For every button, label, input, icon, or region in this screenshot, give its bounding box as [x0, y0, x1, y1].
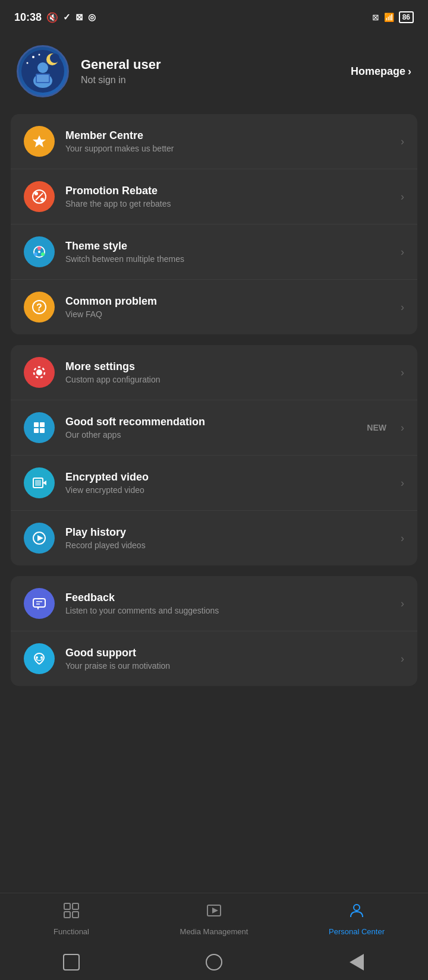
- back-btn[interactable]: [203, 951, 225, 973]
- card-2: More settings Custom app configuration ›…: [11, 345, 417, 565]
- circle-icon: [206, 954, 222, 970]
- svg-point-16: [37, 246, 41, 250]
- battery-indicator: 86: [399, 11, 414, 23]
- status-left: 10:38 🔇 ✓ ⊠ ◎: [14, 11, 96, 24]
- member-centre-title: Member Centre: [65, 129, 390, 142]
- menu-item-theme-style[interactable]: Theme style Switch between multiple them…: [11, 225, 417, 280]
- promotion-rebate-subtitle: Share the app to get rebates: [65, 199, 390, 208]
- common-problem-icon: ?: [24, 292, 55, 323]
- svg-point-17: [34, 252, 37, 256]
- play-history-title: Play history: [65, 526, 390, 539]
- time-display: 10:38: [14, 11, 42, 24]
- svg-rect-27: [40, 428, 45, 433]
- play-history-text: Play history Record played videos: [65, 526, 390, 550]
- svg-rect-9: [37, 75, 49, 82]
- bottom-nav: Functional Media Management Personal Cen…: [0, 893, 428, 944]
- card-3: Feedback Listen to your comments and sug…: [11, 576, 417, 686]
- menu-item-common-problem[interactable]: ? Common problem View FAQ ›: [11, 280, 417, 334]
- functional-icon: [62, 902, 80, 924]
- status-bar: 10:38 🔇 ✓ ⊠ ◎ ⊠ 📶 86: [0, 0, 428, 31]
- common-problem-chevron: ›: [401, 301, 404, 314]
- play-history-subtitle: Record played videos: [65, 540, 390, 550]
- encrypted-video-chevron: ›: [401, 477, 404, 489]
- svg-point-13: [34, 192, 38, 195]
- svg-marker-10: [33, 135, 46, 147]
- menu-item-member-centre[interactable]: Member Centre Your support makes us bett…: [11, 114, 417, 169]
- good-soft-text: Good soft recommendation Our other apps: [65, 416, 356, 440]
- mute-icon: 🔇: [46, 12, 58, 23]
- more-settings-chevron: ›: [401, 366, 404, 379]
- good-support-text: Good support Your praise is our motivati…: [65, 647, 390, 671]
- good-soft-chevron: ›: [401, 422, 404, 434]
- menu-item-good-support[interactable]: Good support Your praise is our motivati…: [11, 631, 417, 686]
- good-support-icon: [24, 643, 55, 674]
- encrypted-video-title: Encrypted video: [65, 471, 390, 483]
- svg-marker-44: [212, 908, 218, 913]
- good-support-title: Good support: [65, 647, 390, 659]
- sync-icon: ⊠: [75, 12, 83, 23]
- profile-name: General user: [81, 57, 339, 72]
- theme-style-chevron: ›: [401, 246, 404, 258]
- mic-icon: ◎: [88, 12, 96, 23]
- good-soft-title: Good soft recommendation: [65, 416, 356, 428]
- play-history-icon: [24, 523, 55, 554]
- member-centre-text: Member Centre Your support makes us bett…: [65, 129, 390, 153]
- svg-rect-33: [33, 599, 45, 607]
- svg-point-14: [40, 198, 44, 201]
- svg-rect-40: [73, 903, 78, 909]
- menu-item-play-history[interactable]: Play history Record played videos ›: [11, 511, 417, 565]
- media-management-label: Media Management: [180, 927, 248, 936]
- promotion-rebate-title: Promotion Rebate: [65, 185, 390, 197]
- member-centre-subtitle: Your support makes us better: [65, 144, 390, 153]
- feedback-title: Feedback: [65, 592, 390, 604]
- common-problem-subtitle: View FAQ: [65, 309, 390, 319]
- home-btn[interactable]: [61, 951, 82, 973]
- svg-rect-41: [64, 912, 70, 918]
- theme-style-title: Theme style: [65, 240, 390, 252]
- menu-item-encrypted-video[interactable]: Encrypted video View encrypted video ›: [11, 456, 417, 511]
- menu-item-promotion-rebate[interactable]: Promotion Rebate Share the app to get re…: [11, 169, 417, 225]
- status-right: ⊠ 📶 86: [372, 11, 414, 23]
- svg-rect-26: [34, 428, 39, 433]
- recents-btn[interactable]: [346, 951, 367, 973]
- svg-marker-32: [37, 535, 43, 541]
- profile-section: General user Not sign in Homepage ›: [0, 31, 428, 114]
- svg-point-38: [40, 656, 43, 659]
- media-management-icon: [205, 902, 223, 924]
- system-nav: [0, 944, 428, 980]
- profile-info: General user Not sign in: [81, 57, 339, 86]
- svg-point-19: [38, 251, 40, 253]
- svg-point-22: [36, 369, 42, 375]
- personal-center-label: Personal Center: [329, 927, 385, 936]
- profile-status: Not sign in: [81, 75, 339, 86]
- play-history-chevron: ›: [401, 532, 404, 545]
- nav-functional[interactable]: Functional: [0, 902, 143, 936]
- nav-media-management[interactable]: Media Management: [143, 902, 285, 936]
- theme-style-icon: [24, 236, 55, 267]
- svg-point-6: [37, 62, 48, 73]
- theme-style-text: Theme style Switch between multiple them…: [65, 240, 390, 264]
- feedback-chevron: ›: [401, 598, 404, 610]
- more-settings-subtitle: Custom app configuration: [65, 375, 390, 384]
- menu-item-more-settings[interactable]: More settings Custom app configuration ›: [11, 345, 417, 400]
- homepage-label: Homepage: [351, 65, 405, 78]
- good-support-subtitle: Your praise is our motivation: [65, 661, 390, 671]
- personal-center-icon: [348, 902, 366, 924]
- square-icon: [63, 954, 80, 970]
- feedback-icon: [24, 588, 55, 619]
- card-1: Member Centre Your support makes us bett…: [11, 114, 417, 334]
- menu-item-good-soft[interactable]: Good soft recommendation Our other apps …: [11, 400, 417, 456]
- homepage-chevron: ›: [408, 65, 411, 78]
- wifi-icon: 📶: [384, 12, 394, 22]
- menu-item-feedback[interactable]: Feedback Listen to your comments and sug…: [11, 576, 417, 631]
- theme-style-subtitle: Switch between multiple themes: [65, 254, 390, 264]
- homepage-link[interactable]: Homepage ›: [351, 65, 411, 78]
- svg-point-3: [32, 56, 34, 58]
- svg-point-4: [39, 54, 40, 56]
- svg-text:?: ?: [36, 302, 42, 312]
- battery-x-icon: ⊠: [372, 12, 379, 22]
- promotion-rebate-text: Promotion Rebate Share the app to get re…: [65, 185, 390, 208]
- svg-point-18: [41, 252, 45, 256]
- nav-personal-center[interactable]: Personal Center: [285, 902, 428, 936]
- svg-marker-36: [37, 607, 39, 610]
